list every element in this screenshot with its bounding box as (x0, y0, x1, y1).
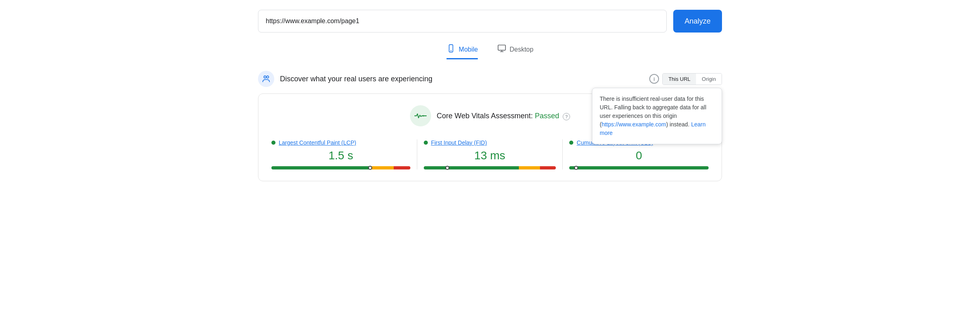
svg-point-7 (422, 115, 424, 117)
tab-desktop[interactable]: Desktop (497, 44, 533, 59)
progress-bar-lcp (271, 166, 410, 169)
progress-marker-fid (445, 166, 449, 170)
metric-dot-lcp (271, 141, 275, 145)
this-url-button[interactable]: This URL (663, 74, 696, 85)
cwv-status: Passed (535, 112, 559, 120)
tab-mobile[interactable]: Mobile (447, 44, 478, 59)
metric-col-fid: First Input Delay (FID)13 ms (417, 139, 563, 169)
metric-dot-fid (424, 141, 428, 145)
metric-dot-cls (569, 141, 573, 145)
desktop-icon (497, 44, 506, 55)
tab-mobile-label: Mobile (459, 46, 478, 53)
bar-segment (424, 166, 519, 169)
bar-segment (569, 166, 709, 169)
page-wrapper: Analyze Mobile Desktop (245, 0, 735, 191)
url-bar-row: Analyze (258, 10, 722, 33)
metric-label-lcp[interactable]: Largest Contentful Paint (LCP) (279, 139, 356, 146)
url-toggle: This URL Origin (662, 73, 722, 85)
svg-rect-2 (498, 45, 505, 50)
cwv-pulse-icon (410, 105, 431, 126)
progress-marker-lcp (368, 166, 372, 170)
info-icon[interactable]: i (649, 74, 659, 84)
tabs-row: Mobile Desktop (258, 44, 722, 59)
analyze-button[interactable]: Analyze (673, 10, 722, 33)
bar-segment (371, 166, 394, 169)
progress-marker-cls (574, 166, 578, 170)
bar-segment (519, 166, 540, 169)
cwv-title: Core Web Vitals Assessment: Passed ? (437, 112, 570, 120)
origin-button[interactable]: Origin (696, 74, 722, 85)
mobile-icon (447, 44, 455, 55)
metric-value-fid: 13 ms (424, 149, 556, 162)
bar-segment (540, 166, 556, 169)
metric-label-row-lcp: Largest Contentful Paint (LCP) (271, 139, 410, 146)
users-icon (258, 71, 274, 87)
section-header-right: i This URL Origin There is insufficient … (649, 73, 722, 85)
metric-col-lcp: Largest Contentful Paint (LCP)1.5 s (271, 139, 417, 169)
svg-point-6 (267, 76, 269, 78)
progress-bar-fid (424, 166, 556, 169)
metric-value-lcp: 1.5 s (271, 149, 410, 162)
tab-desktop-label: Desktop (510, 46, 533, 53)
tooltip-text-after: ) instead. (666, 121, 689, 128)
section-header: Discover what your real users are experi… (258, 71, 722, 87)
section-title: Discover what your real users are experi… (280, 75, 432, 83)
tooltip-link[interactable]: https://www.example.com (602, 121, 666, 128)
metric-label-fid[interactable]: First Input Delay (FID) (431, 139, 487, 146)
svg-point-8 (424, 115, 425, 117)
url-input[interactable] (258, 10, 667, 33)
progress-bar-cls (569, 166, 709, 169)
bar-segment (271, 166, 371, 169)
svg-point-5 (264, 76, 267, 78)
tooltip-box: There is insufficient real-user data for… (592, 88, 722, 144)
metric-value-cls: 0 (569, 149, 709, 162)
metric-label-row-fid: First Input Delay (FID) (424, 139, 556, 146)
cwv-help-icon[interactable]: ? (563, 113, 570, 120)
bar-segment (394, 166, 410, 169)
section-header-left: Discover what your real users are experi… (258, 71, 432, 87)
